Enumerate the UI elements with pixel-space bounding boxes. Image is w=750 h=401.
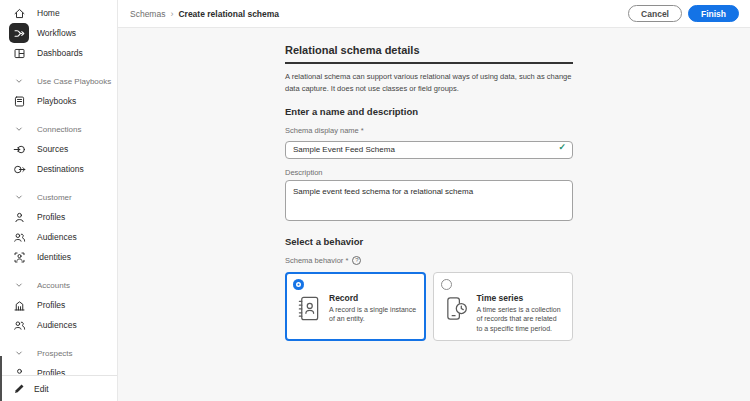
sidebar-item-destinations[interactable]: Destinations: [0, 159, 117, 179]
sidebar-label: Playbooks: [37, 96, 76, 106]
chevron-down-icon: [9, 343, 29, 363]
profile-icon: [9, 207, 29, 227]
sidebar-item-profiles[interactable]: Profiles: [0, 207, 117, 227]
breadcrumb-separator-icon: ›: [170, 9, 173, 19]
audiences-icon: [9, 315, 29, 335]
sidebar-label: Profiles: [37, 212, 65, 222]
sidebar-section-customer[interactable]: Customer: [0, 187, 117, 207]
cancel-button[interactable]: Cancel: [628, 5, 682, 22]
record-radio[interactable]: [293, 279, 304, 290]
identities-icon: [9, 247, 29, 267]
help-icon[interactable]: ?: [352, 256, 361, 265]
finish-button[interactable]: Finish: [688, 5, 739, 22]
valid-check-icon: ✓: [558, 142, 566, 152]
sidebar-item-profiles[interactable]: Profiles: [0, 295, 117, 315]
sidebar-label: Profiles: [37, 300, 65, 310]
edit-label: Edit: [34, 384, 49, 394]
sidebar-label: Destinations: [37, 164, 84, 174]
sidebar-label: Workflows: [37, 28, 76, 38]
sidebar-label: Prospects: [37, 349, 73, 358]
schema-display-name-label-text: Schema display name: [285, 126, 359, 135]
description-label-text: Description: [285, 168, 323, 177]
record-card-text: Record A record is a single instance of …: [329, 293, 417, 324]
record-card-body: Record A record is a single instance of …: [296, 293, 417, 326]
header-actions: Cancel Finish: [628, 5, 739, 22]
main-area: Schemas › Create relational schema Cance…: [118, 0, 750, 401]
time-series-card-description: A time series is a collection of records…: [477, 305, 565, 334]
time-series-radio[interactable]: [441, 279, 452, 290]
workflows-icon: [9, 23, 29, 43]
record-card[interactable]: Record A record is a single instance of …: [285, 272, 426, 342]
record-book-icon: [296, 295, 321, 326]
pencil-icon: [13, 382, 26, 395]
sidebar-item-identities[interactable]: Identities: [0, 247, 117, 267]
chevron-down-icon: [9, 119, 29, 139]
schema-display-name-label: Schema display name *: [285, 126, 573, 135]
sidebar: HomeWorkflowsDashboardsUse Case Playbook…: [0, 0, 118, 401]
breadcrumb: Schemas › Create relational schema: [130, 9, 279, 19]
sidebar-label: Customer: [37, 193, 72, 202]
destinations-icon: [9, 159, 29, 179]
sidebar-item-workflows[interactable]: Workflows: [0, 23, 117, 43]
required-marker: *: [345, 256, 348, 265]
sidebar-section-accounts[interactable]: Accounts: [0, 275, 117, 295]
time-series-card-title: Time series: [477, 293, 565, 303]
sidebar-section-prospects[interactable]: Prospects: [0, 343, 117, 363]
sidebar-label: Identities: [37, 252, 71, 262]
audiences-icon: [9, 227, 29, 247]
chevron-down-icon: [9, 187, 29, 207]
schema-display-name-wrap: ✓: [285, 138, 573, 159]
edit-button[interactable]: Edit: [0, 375, 117, 401]
schema-behavior-label: Schema behavior * ?: [285, 256, 573, 265]
chevron-down-icon: [9, 275, 29, 295]
page-title: Relational schema details: [285, 44, 573, 64]
time-series-card-body: Time series A time series is a collectio…: [444, 293, 565, 334]
sidebar-item-audiences[interactable]: Audiences: [0, 227, 117, 247]
sidebar-section-use-case-playbooks[interactable]: Use Case Playbooks: [0, 71, 117, 91]
sidebar-label: Dashboards: [37, 48, 83, 58]
time-series-card[interactable]: Time series A time series is a collectio…: [433, 272, 574, 342]
time-series-card-text: Time series A time series is a collectio…: [477, 293, 565, 334]
sidebar-scrollbar[interactable]: [0, 356, 2, 401]
chevron-down-icon: [9, 71, 29, 91]
top-bar: Schemas › Create relational schema Cance…: [118, 0, 750, 28]
sidebar-label: Audiences: [37, 232, 77, 242]
sidebar-label: Accounts: [37, 281, 70, 290]
name-section-heading: Enter a name and description: [285, 106, 573, 117]
breadcrumb-current: Create relational schema: [178, 9, 279, 19]
schema-display-name-input[interactable]: [285, 141, 573, 159]
sidebar-label: Use Case Playbooks: [37, 77, 111, 86]
sources-icon: [9, 139, 29, 159]
description-textarea[interactable]: Sample event feed schema for a relationa…: [285, 180, 573, 221]
sidebar-item-home[interactable]: Home: [0, 3, 117, 23]
sidebar-nav: HomeWorkflowsDashboardsUse Case Playbook…: [0, 0, 117, 383]
dashboards-icon: [9, 43, 29, 63]
sidebar-section-connections[interactable]: Connections: [0, 119, 117, 139]
sidebar-label: Home: [37, 8, 60, 18]
sidebar-label: Sources: [37, 144, 68, 154]
sidebar-item-dashboards[interactable]: Dashboards: [0, 43, 117, 63]
record-card-description: A record is a single instance of an enti…: [329, 305, 417, 324]
sidebar-item-sources[interactable]: Sources: [0, 139, 117, 159]
sidebar-item-audiences[interactable]: Audiences: [0, 315, 117, 335]
sidebar-label: Audiences: [37, 320, 77, 330]
sidebar-item-playbooks[interactable]: Playbooks: [0, 91, 117, 111]
intro-text: A relational schema can support various …: [285, 71, 573, 95]
behavior-section-heading: Select a behavior: [285, 236, 573, 247]
description-label: Description: [285, 168, 573, 177]
record-card-title: Record: [329, 293, 417, 303]
playbooks-icon: [9, 91, 29, 111]
behavior-cards: Record A record is a single instance of …: [285, 272, 573, 342]
required-marker: *: [361, 126, 364, 135]
home-icon: [9, 3, 29, 23]
content-area: Relational schema details A relational s…: [118, 28, 750, 401]
sidebar-label: Connections: [37, 125, 81, 134]
device-clock-icon: [444, 295, 469, 326]
breadcrumb-schemas-link[interactable]: Schemas: [130, 9, 165, 19]
form-column: Relational schema details A relational s…: [285, 44, 573, 341]
schema-behavior-label-text: Schema behavior: [285, 256, 343, 265]
building-icon: [9, 295, 29, 315]
